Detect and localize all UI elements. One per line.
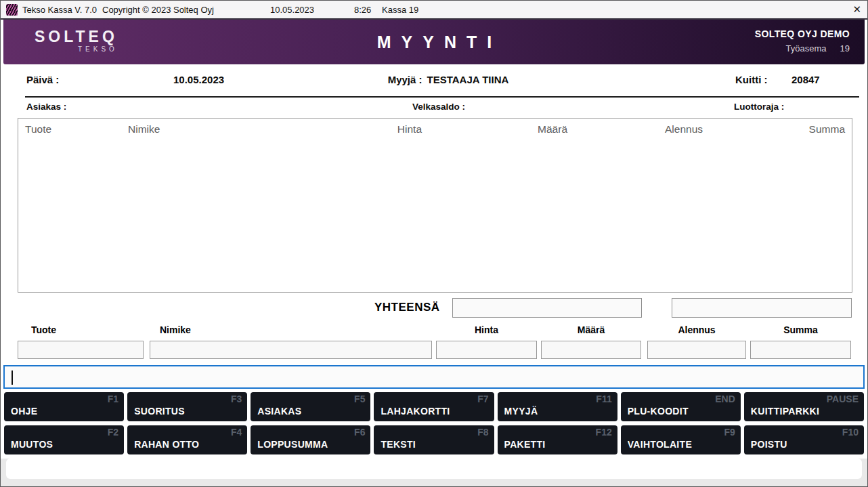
fkey-shortcut: F3	[231, 394, 242, 404]
status-bar	[6, 459, 862, 479]
entry-section: Tuote Nimike Hinta Määrä Alennus Summa	[1, 324, 867, 359]
fkey-label: SUORITUS	[134, 406, 242, 417]
fkey-label: VAIHTOLAITE	[628, 439, 735, 450]
seller-info: Myyjä : TESTAAJA TIINA	[388, 74, 509, 85]
fkey-shortcut: F5	[354, 394, 365, 404]
entry-field-alennus[interactable]	[647, 341, 746, 359]
titlebar: Tekso Kassa V. 7.0 Copyright © 2023 Solt…	[1, 1, 867, 20]
entry-label-hinta: Hinta	[436, 324, 537, 335]
fkey-label: TEKSTI	[381, 439, 488, 450]
logo-text: SOLTEQ	[35, 28, 118, 45]
column-header-alennus: Alennus	[567, 123, 703, 135]
fkey-label: LOPPUSUMMA	[257, 439, 365, 450]
info-row-secondary: Asiakas : Velkasaldo : Luottoraja :	[1, 98, 867, 118]
logo-subtext: TEKSO	[35, 45, 118, 53]
fkey-shortcut: F4	[231, 427, 242, 437]
entry-label-maara: Määrä	[541, 324, 641, 335]
copyright-text: Copyright © 2023 Solteq Oyj	[102, 5, 214, 15]
fkey-shortcut: F1	[108, 394, 118, 404]
fkey-label: ASIAKAS	[257, 406, 365, 417]
entry-label-alennus: Alennus	[647, 324, 746, 335]
totals-row: YHTEENSÄ	[1, 298, 867, 318]
workstation-label: Työasema	[786, 43, 827, 54]
close-button[interactable]: ✕	[852, 5, 861, 15]
vaihtolaite-button[interactable]: F9 VAIHTOLAITE	[621, 425, 741, 454]
total-amount-field[interactable]	[452, 298, 642, 318]
solteq-logo: SOLTEQ TEKSO	[35, 28, 118, 53]
entry-field-summa[interactable]	[750, 341, 851, 359]
column-header-maara: Määrä	[422, 123, 567, 135]
sales-table: Tuote Nimike Hinta Määrä Alennus Summa	[18, 118, 852, 293]
ohje-button[interactable]: F1 OHJE	[4, 392, 124, 421]
date-label: Päivä :	[26, 74, 59, 85]
entry-label-nimike: Nimike	[160, 324, 191, 335]
asiakas-button[interactable]: F5 ASIAKAS	[251, 392, 370, 421]
fkey-shortcut: END	[715, 394, 735, 404]
fkey-label: RAHAN OTTO	[134, 439, 242, 450]
bottom-strip	[1, 459, 867, 487]
fkey-label: MUUTOS	[11, 439, 118, 450]
date-value: 10.05.2023	[173, 74, 224, 85]
fkey-shortcut: F2	[108, 427, 118, 437]
suoritus-button[interactable]: F3 SUORITUS	[127, 392, 247, 421]
myyja-button[interactable]: F11 MYYJÄ	[498, 392, 617, 421]
app-header: SOLTEQ TEKSO MYYNTI SOLTEQ OYJ DEMO Työa…	[3, 20, 865, 64]
teksti-button[interactable]: F8 TEKSTI	[374, 425, 494, 454]
fkey-shortcut: F11	[596, 394, 611, 404]
total-label: YHTEENSÄ	[374, 301, 440, 314]
entry-field-nimike[interactable]	[150, 341, 432, 359]
entry-field-hinta[interactable]	[436, 341, 537, 359]
command-input[interactable]	[5, 366, 863, 387]
fkey-label: OHJE	[11, 406, 118, 417]
titlebar-time: 8:26	[354, 5, 371, 15]
fkey-shortcut: F9	[724, 427, 735, 437]
kuittiparkki-button[interactable]: PAUSE KUITTIPARKKI	[744, 392, 864, 421]
titlebar-register: Kassa 19	[382, 5, 418, 15]
fkey-shortcut: F10	[842, 427, 859, 437]
column-header-tuote: Tuote	[25, 123, 128, 135]
text-caret	[12, 370, 13, 385]
paketti-button[interactable]: F12 PAKETTI	[498, 425, 617, 454]
sales-table-header: Tuote Nimike Hinta Määrä Alennus Summa	[18, 119, 852, 135]
receipt-label: Kuitti :	[735, 74, 767, 85]
column-header-summa: Summa	[703, 123, 845, 135]
column-header-nimike: Nimike	[128, 123, 303, 135]
loppusumma-button[interactable]: F6 LOPPUSUMMA	[251, 425, 370, 454]
muutos-button[interactable]: F2 MUUTOS	[4, 425, 124, 454]
fkey-label: POISTU	[751, 439, 859, 450]
rahan-otto-button[interactable]: F4 RAHAN OTTO	[127, 425, 247, 454]
titlebar-date: 10.05.2023	[270, 5, 314, 15]
plu-koodit-button[interactable]: END PLU-KOODIT	[621, 392, 741, 421]
fkey-label: LAHJAKORTTI	[381, 406, 488, 417]
poistu-button[interactable]: F10 POISTU	[744, 425, 864, 454]
fkey-label: MYYJÄ	[504, 406, 612, 417]
fkey-label: PAKETTI	[504, 439, 612, 450]
command-input-wrap	[3, 365, 865, 389]
entry-field-tuote[interactable]	[18, 341, 144, 359]
customer-label: Asiakas :	[26, 102, 66, 112]
window-title: Tekso Kassa V. 7.0	[22, 5, 97, 15]
seller-value: TESTAAJA TIINA	[427, 74, 509, 85]
function-key-row-2: F2 MUUTOS F4 RAHAN OTTO F6 LOPPUSUMMA F8…	[4, 425, 864, 454]
header-right: SOLTEQ OYJ DEMO Työasema19	[755, 28, 850, 54]
workstation-info: Työasema19	[755, 43, 850, 54]
info-row-primary: Päivä : 10.05.2023 Myyjä : TESTAAJA TIIN…	[1, 64, 867, 96]
entry-label-tuote: Tuote	[31, 324, 56, 335]
fkey-shortcut: F8	[477, 427, 488, 437]
page-title: MYYNTI	[377, 33, 502, 52]
company-name: SOLTEQ OYJ DEMO	[755, 28, 850, 39]
fkey-label: PLU-KOODIT	[628, 406, 735, 417]
fkey-shortcut: F6	[354, 427, 365, 437]
function-key-row-1: F1 OHJE F3 SUORITUS F5 ASIAKAS F7 LAHJAK…	[4, 392, 864, 421]
receipt-number: 20847	[791, 74, 820, 85]
function-key-panel: F1 OHJE F3 SUORITUS F5 ASIAKAS F7 LAHJAK…	[4, 392, 864, 454]
app-icon	[6, 4, 18, 16]
debt-balance-label: Velkasaldo :	[412, 102, 465, 112]
app-window: Tekso Kassa V. 7.0 Copyright © 2023 Solt…	[0, 0, 868, 487]
credit-limit-label: Luottoraja :	[734, 102, 784, 112]
workstation-number: 19	[840, 43, 850, 54]
seller-label: Myyjä :	[388, 74, 422, 85]
entry-field-maara[interactable]	[541, 341, 641, 359]
secondary-amount-field[interactable]	[672, 298, 852, 318]
lahjakortti-button[interactable]: F7 LAHJAKORTTI	[374, 392, 494, 421]
